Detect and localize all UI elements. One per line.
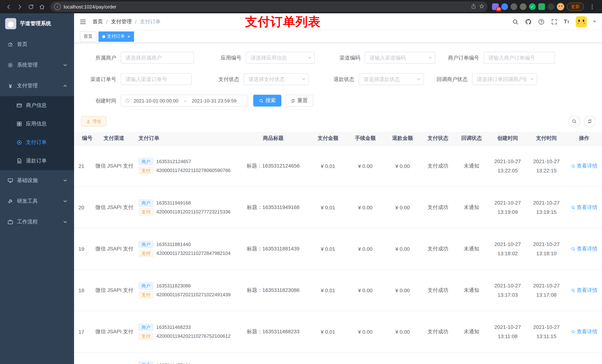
sidebar-item-label: 工作流程 [17,219,63,225]
sidebar-item-infra[interactable]: 基础设施 [0,170,74,191]
github-icon[interactable] [525,18,531,25]
date-end-value[interactable]: 2021-10-31 23:59:59 [192,98,236,104]
merchant-order-no-input[interactable] [484,52,555,64]
notify-status: 未通知 [455,311,488,352]
create-time-range-picker[interactable]: 2021-10-01 00:00:00 - 2021-10-31 23:59:5… [121,95,248,106]
view-details-link[interactable]: 查看详情 [571,204,597,211]
pay-submenu: 商户信息 应用信息 支付订单 退款订单 [0,96,74,170]
view-details-link[interactable]: 查看详情 [571,163,597,169]
app-no-input[interactable] [246,52,315,64]
user-avatar[interactable] [576,16,587,27]
pinned-extension-icon[interactable] [548,3,554,10]
search-icon [571,247,575,251]
extension-icon[interactable] [501,3,508,10]
col-header-channel: 支付渠道 [95,132,133,145]
sidebar-item-label: 支付订单 [26,139,67,146]
chrome-update-button[interactable]: 更新 [567,3,584,11]
tab-home[interactable]: 首页 [80,31,96,42]
pay-order-no: 4200001174202110278060590766 [156,167,231,173]
address-bar[interactable]: i localhost:1024/pay/order [50,1,488,12]
notify-status-input[interactable] [472,73,537,85]
share-icon[interactable] [471,3,476,10]
merchant-order-no-filter-input[interactable] [484,52,555,64]
view-details-link[interactable]: 查看详情 [571,328,597,335]
sidebar-item-app-info[interactable]: 应用信息 [0,115,74,133]
sidebar-item-refund-order[interactable]: 退款订单 [0,152,74,170]
date-start-value[interactable]: 2021-10-01 00:00:00 [134,98,178,104]
export-button[interactable]: 导出 [81,116,106,126]
help-icon[interactable] [538,18,544,25]
fullscreen-icon[interactable] [551,18,557,25]
reset-button[interactable]: 重置 [285,95,313,106]
chevron-up-icon [63,83,67,88]
channel-code-select[interactable] [365,52,435,64]
sidebar-item-merchant-info[interactable]: 商户信息 [0,96,74,115]
col-header-id: 编号 [74,132,95,145]
view-details-label: 查看详情 [577,245,597,252]
table-row: 17 微信 JSAPI 支付 商户1635311468233 支付4200001… [74,311,602,352]
extension-icon[interactable] [511,3,517,10]
col-header-fee: 手续金额 [346,132,384,145]
toggle-search-button[interactable] [568,115,580,127]
extension-icon[interactable] [538,3,545,10]
view-details-label: 查看详情 [577,204,597,211]
breadcrumb-home[interactable]: 首页 [93,18,103,25]
refresh-table-button[interactable] [584,115,596,127]
back-button[interactable] [4,2,13,11]
close-icon[interactable]: × [127,34,130,39]
header-search-icon[interactable] [512,18,518,25]
table-row: 19 微信 JSAPI 支付 商户1635311881440 支付4200001… [74,228,602,270]
chevron-down-icon [307,55,312,60]
browser-menu-icon[interactable] [587,2,597,11]
view-details-link[interactable]: 查看详情 [571,287,597,293]
sidebar-item-label: 系统管理 [17,62,63,68]
view-details-link[interactable]: 查看详情 [571,245,597,252]
profile-avatar[interactable] [557,3,564,10]
pay-channel: 微信 JSAPI 支付 [95,270,133,311]
tab-pay-order[interactable]: 支付订单 × [98,31,134,42]
pay-status-input[interactable] [244,73,309,85]
url-text[interactable]: localhost:1024/pay/order [64,4,471,10]
app-logo[interactable]: 芋道管理系统 [0,13,74,34]
channel-order-no-filter-input[interactable] [121,73,192,85]
refund-status-input[interactable] [359,73,424,85]
fee-amount: ¥ 0.00 [346,228,384,270]
extension-icon[interactable]: ✓ [529,3,536,10]
caret-down-icon[interactable] [593,21,596,22]
sidebar-item-home[interactable]: 首页 [0,34,74,55]
sidebar-item-pay-order[interactable]: 支付订单 [0,133,74,152]
sidebar-item-pay[interactable]: ¥ 支付管理 [0,75,74,96]
forward-button[interactable] [15,2,24,11]
pay-tag: 支付 [139,291,153,298]
chevron-down-icon [63,178,67,183]
channel-order-no-input[interactable] [121,73,192,85]
yen-icon: ¥ [7,83,13,89]
extension-icon[interactable]: 10 [492,3,499,10]
sidebar-item-system[interactable]: 系统管理 [0,55,74,75]
pay-status-select[interactable] [244,73,309,85]
sidebar-item-label: 基础设施 [17,177,63,184]
bookmark-star-icon[interactable] [479,3,485,10]
product-title: 标题：1635311881439 [237,228,309,270]
notify-status-select[interactable] [472,73,537,85]
merchant-filter-input[interactable] [121,52,194,64]
reload-button[interactable] [26,2,35,11]
search-button[interactable]: 搜索 [253,95,281,106]
app-no-select[interactable] [246,52,315,64]
merchant-tag: 商户 [139,158,153,165]
refund-status-select[interactable] [359,73,424,85]
sidebar-toggle-icon[interactable] [79,18,87,25]
sidebar-item-devtools[interactable]: 研发工具 [0,191,74,212]
sidebar-item-label: 研发工具 [17,198,63,205]
browser-home-button[interactable] [37,2,47,11]
site-info-icon[interactable]: i [54,3,61,10]
channel-code-input[interactable] [365,52,435,64]
clock-icon [125,98,130,103]
browser-toolbar: i localhost:1024/pay/order 10 ✓ 更新 [0,0,602,13]
extension-icon[interactable] [520,3,527,10]
merchant-input[interactable] [121,52,194,64]
font-size-icon[interactable]: TT [564,18,570,25]
sidebar-item-workflow[interactable]: 工作流程 [0,212,74,232]
order-id: 19 [74,228,95,270]
merchant-tag: 商户 [139,282,153,290]
